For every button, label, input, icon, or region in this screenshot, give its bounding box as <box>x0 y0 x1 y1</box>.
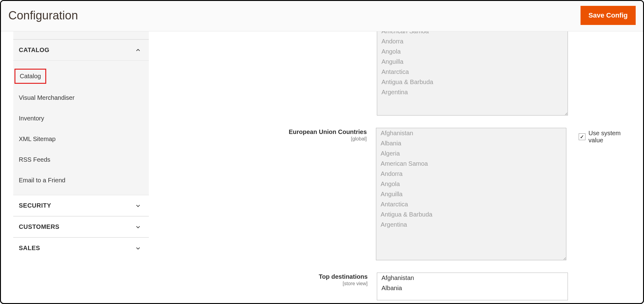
chevron-down-icon <box>135 224 141 230</box>
sidebar-group-catalog: CATALOG Catalog Visual Merchandiser Inve… <box>13 39 149 195</box>
field-extra-col <box>568 273 580 274</box>
sidebar-group-label: SECURITY <box>19 202 51 209</box>
field-extra-col: Use system value <box>566 128 637 144</box>
multiselect-option[interactable]: Argentina <box>377 87 568 97</box>
sidebar-group-label: CATALOG <box>19 47 49 54</box>
sidebar-item-visual-merchandiser[interactable]: Visual Merchandiser <box>13 87 149 108</box>
sidebar-item-catalog[interactable]: Catalog <box>13 65 149 87</box>
sidebar-group-customers: CUSTOMERS <box>13 216 149 237</box>
multiselect-option[interactable]: Afghanistan <box>376 128 566 138</box>
multiselect-option[interactable]: Anguilla <box>376 189 566 199</box>
multiselect-option[interactable]: Albania <box>376 138 566 148</box>
field-label: European Union Countries <box>289 128 367 135</box>
field-row-top-destinations: Top destinations [store view] Afghanista… <box>155 273 637 300</box>
chevron-down-icon <box>135 203 141 209</box>
top-destinations-multiselect[interactable]: AfghanistanAlbania <box>377 273 568 300</box>
multiselect-option[interactable]: American Samoa <box>377 31 568 36</box>
sidebar-item-label: Email to a Friend <box>19 177 65 184</box>
eu-countries-multiselect[interactable]: AfghanistanAlbaniaAlgeriaAmerican SamoaA… <box>376 128 566 260</box>
config-sidebar: CATALOG Catalog Visual Merchandiser Inve… <box>1 31 149 304</box>
sidebar-group-security: SECURITY <box>13 195 149 216</box>
use-system-value-label: Use system value <box>589 130 637 144</box>
chevron-down-icon <box>135 245 141 251</box>
multiselect-option[interactable]: Argentina <box>376 220 566 230</box>
save-config-button[interactable]: Save Config <box>581 6 636 25</box>
page-title: Configuration <box>8 9 78 22</box>
multiselect-option[interactable]: Angola <box>376 179 566 189</box>
field-scope: [store view] <box>155 281 368 286</box>
field-label: Top destinations <box>319 273 368 280</box>
sidebar-group-header-security[interactable]: SECURITY <box>13 195 149 216</box>
field-control-col: AfghanistanAlbaniaAlgeriaAmerican SamoaA… <box>376 128 566 260</box>
sidebar-group-label: CUSTOMERS <box>19 223 59 230</box>
multiselect-option[interactable]: Angola <box>377 47 568 57</box>
sidebar-item-label: Catalog <box>20 73 41 79</box>
multiselect-option[interactable]: Algeria <box>376 148 566 159</box>
sidebar-group-header-customers[interactable]: CUSTOMERS <box>13 217 149 237</box>
sidebar-item-inventory[interactable]: Inventory <box>13 108 149 129</box>
sidebar-item-label: Visual Merchandiser <box>19 94 75 101</box>
app-frame: Configuration Save Config CATALOG Catalo… <box>0 0 644 304</box>
allow-countries-multiselect[interactable]: American SamoaAndorraAngolaAnguillaAntar… <box>377 31 568 116</box>
field-control-col: AfghanistanAlbania <box>377 273 568 300</box>
sidebar-item-rss-feeds[interactable]: RSS Feeds <box>13 149 149 170</box>
main-panel: American SamoaAndorraAngolaAnguillaAntar… <box>149 31 643 304</box>
sidebar-item-label: Inventory <box>19 115 44 122</box>
field-extra-col <box>568 31 580 33</box>
multiselect-option[interactable]: Antarctica <box>376 199 566 209</box>
sidebar-item-xml-sitemap[interactable]: XML Sitemap <box>13 129 149 149</box>
sidebar-group-label: SALES <box>19 245 40 252</box>
content-area: CATALOG Catalog Visual Merchandiser Inve… <box>1 31 643 304</box>
multiselect-option[interactable]: Andorra <box>376 169 566 179</box>
multiselect-option[interactable]: Albania <box>377 283 568 293</box>
multiselect-option[interactable]: Antigua & Barbuda <box>376 209 566 220</box>
sidebar-group-sales: SALES <box>13 237 149 258</box>
multiselect-option[interactable]: Afghanistan <box>377 273 568 283</box>
field-row-allow-countries: American SamoaAndorraAngolaAnguillaAntar… <box>155 31 637 116</box>
sidebar-item-label: RSS Feeds <box>19 156 50 163</box>
field-label-col: European Union Countries [global] <box>155 128 376 142</box>
page-header: Configuration Save Config <box>1 1 643 31</box>
field-label-col: Top destinations [store view] <box>155 273 377 286</box>
sidebar-top-spacer <box>13 31 149 39</box>
field-row-eu-countries: European Union Countries [global] Afghan… <box>155 128 637 260</box>
multiselect-option[interactable]: Anguilla <box>377 57 568 67</box>
sidebar-item-email-to-a-friend[interactable]: Email to a Friend <box>13 170 149 191</box>
multiselect-option[interactable]: American Samoa <box>376 159 566 169</box>
chevron-up-icon <box>135 47 141 53</box>
sidebar-group-header-sales[interactable]: SALES <box>13 238 149 258</box>
multiselect-option[interactable]: Antarctica <box>377 67 568 77</box>
multiselect-option[interactable]: Antigua & Barbuda <box>377 77 568 87</box>
field-scope: [global] <box>155 136 367 142</box>
use-system-value-checkbox[interactable] <box>579 133 585 140</box>
multiselect-option[interactable]: Andorra <box>377 36 568 47</box>
sidebar-item-label: XML Sitemap <box>19 136 55 142</box>
field-control-col: American SamoaAndorraAngolaAnguillaAntar… <box>377 31 568 116</box>
sidebar-group-items-catalog: Catalog Visual Merchandiser Inventory XM… <box>13 61 149 195</box>
sidebar-group-header-catalog[interactable]: CATALOG <box>13 40 149 61</box>
